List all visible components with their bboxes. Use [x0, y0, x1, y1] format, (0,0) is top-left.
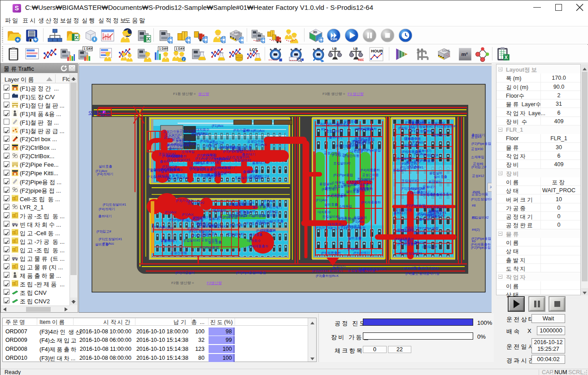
svg-text:(F1)Acc: (F1)Acc — [352, 220, 364, 224]
svg-text:#6: #6 — [472, 216, 475, 220]
svg-text:공정간이동: 공정간이동 — [218, 145, 235, 149]
svg-text:조립설비#2: 조립설비#2 — [401, 179, 418, 183]
svg-text:(F3)가공#1: (F3)가공#1 — [315, 226, 332, 230]
svg-text:3D: 3D — [313, 30, 318, 34]
svg-text:출하대기: 출하대기 — [414, 241, 427, 245]
svg-text:조립설비#2: 조립설비#2 — [348, 268, 365, 272]
svg-text:(F2)Pipe용접: (F2)Pipe용접 — [419, 226, 439, 230]
svg-text:설비호출: 설비호출 — [252, 205, 266, 209]
svg-text:물류대기: 물류대기 — [433, 133, 446, 137]
svg-text:(F1)철판Depot1: (F1)철판Depot1 — [147, 168, 171, 172]
svg-text:#3-1: #3-1 — [321, 127, 328, 131]
svg-text:공정#6: 공정#6 — [473, 162, 483, 166]
svg-text:#9: #9 — [472, 239, 475, 243]
svg-text:조립설비#2: 조립설비#2 — [183, 238, 200, 242]
svg-text:(F3)가공#1: (F3)가공#1 — [238, 201, 254, 205]
svg-text:(F4)제품출하: (F4)제품출하 — [402, 150, 422, 154]
svg-text:출하대기: 출하대기 — [329, 135, 342, 139]
svg-text:(F4)적재기: (F4)적재기 — [230, 223, 246, 227]
svg-text:용접설비: 용접설비 — [429, 171, 443, 175]
svg-text:(F1)Acc: (F1)Acc — [212, 124, 224, 128]
svg-text:대차회수: 대차회수 — [209, 160, 222, 164]
svg-text:(F4)제품출하: (F4)제품출하 — [248, 244, 268, 248]
svg-text:(F1)Acc: (F1)Acc — [187, 226, 199, 230]
svg-text:F3 생산량: F3 생산량 — [348, 92, 364, 96]
svg-text:(F4)제품출하: (F4)제품출하 — [321, 251, 341, 255]
svg-text:F3동 생산량 =: F3동 생산량 = — [322, 92, 345, 96]
svg-text:(F2)Pipe용접: (F2)Pipe용접 — [223, 149, 243, 153]
svg-text:(F4)제품출하: (F4)제품출하 — [357, 127, 377, 131]
svg-text:소재투입: 소재투입 — [181, 150, 195, 154]
svg-text:설비호출: 설비호출 — [270, 219, 283, 223]
svg-text:(F4)적재기: (F4)적재기 — [191, 131, 207, 135]
svg-text:공정간이동: 공정간이동 — [362, 173, 379, 177]
svg-text:조립설비#2: 조립설비#2 — [326, 129, 343, 133]
svg-text:조립설비#2: 조립설비#2 — [235, 176, 252, 180]
svg-text:출하대기: 출하대기 — [98, 214, 112, 218]
svg-text:(F4)제품 출하대기장2|1: (F4)제품 출하대기장2|1 — [404, 266, 439, 270]
svg-text:대차회수: 대차회수 — [328, 222, 341, 226]
svg-text:(F3)빈대차 회수대기: (F3)빈대차 회수대기 — [312, 269, 343, 273]
svg-text:(F2)Pipe용접: (F2)Pipe용접 — [341, 224, 361, 228]
svg-text:F1동 생산량 =: F1동 생산량 = — [173, 92, 196, 96]
svg-text:대차회수: 대차회수 — [170, 168, 183, 172]
svg-text:RED: RED — [358, 58, 364, 61]
svg-text:(F2)Pipe용접: (F2)Pipe용접 — [333, 173, 353, 177]
svg-text:CONE: CONE — [442, 49, 450, 52]
svg-text:대차회수: 대차회수 — [318, 210, 331, 214]
svg-text:조립설비#2: 조립설비#2 — [227, 232, 244, 236]
svg-text:(F3)입고#: (F3)입고# — [422, 245, 437, 249]
svg-text:(F1)Acc: (F1)Acc — [348, 247, 360, 251]
svg-text:대차회수: 대차회수 — [337, 216, 351, 220]
svg-text:(F4)제품출하: (F4)제품출하 — [433, 192, 453, 196]
svg-text:(F1)도장설비#1: (F1)도장설비#1 — [399, 251, 422, 255]
svg-text:용접설비: 용접설비 — [213, 208, 226, 212]
svg-text:(F3)입고#: (F3)입고# — [201, 232, 217, 236]
svg-text:설비호출: 설비호출 — [348, 236, 362, 240]
svg-text:생산량: 생산량 — [198, 92, 209, 96]
svg-text:(F1)도장설비#1: (F1)도장설비#1 — [471, 197, 492, 201]
svg-text:출하대기: 출하대기 — [242, 152, 255, 156]
svg-text:(F3)입고#: (F3)입고# — [396, 228, 412, 232]
svg-text:용접설비: 용접설비 — [172, 138, 185, 142]
svg-text:조립설비#2: 조립설비#2 — [158, 152, 175, 156]
svg-text:설비호출: 설비호출 — [252, 214, 265, 218]
svg-text:(F1)Acc: (F1)Acc — [250, 176, 262, 180]
svg-text:(F1)도장설비#1: (F1)도장설비#1 — [423, 205, 446, 209]
svg-text:(F1)Acc: (F1)Acc — [96, 169, 108, 173]
svg-text:(F3)조립라인#2-1: (F3)조립라인#2-1 — [317, 122, 343, 126]
svg-text:(F1)Acc: (F1)Acc — [153, 225, 166, 229]
svg-text:용접설비: 용접설비 — [353, 216, 367, 220]
svg-text:(F2)Pipe용접#8용접: (F2)Pipe용접#8용접 — [236, 271, 266, 275]
svg-text:IN#8: IN#8 — [473, 190, 480, 194]
svg-text:물류대기: 물류대기 — [196, 221, 209, 225]
svg-text:(F4)적재기: (F4)적재기 — [266, 205, 282, 209]
svg-text:(F3)입고#: (F3)입고# — [261, 228, 276, 232]
svg-text:출하대기: 출하대기 — [393, 211, 407, 215]
svg-text:(F3)가공#1: (F3)가공#1 — [176, 198, 192, 203]
svg-text:조립설비#2: 조립설비#2 — [396, 156, 414, 160]
svg-text:설비호출: 설비호출 — [99, 164, 112, 168]
svg-text:(F4)출고 완제품대기장: (F4)출고 완제품대기장 — [405, 272, 440, 276]
svg-text:(F2)Pipe용접: (F2)Pipe용접 — [471, 142, 491, 146]
svg-text:물류대기: 물류대기 — [164, 239, 177, 243]
svg-text:HOUR: HOUR — [371, 49, 383, 53]
svg-text:(F3)가공#1: (F3)가공#1 — [233, 128, 250, 132]
svg-text:물류대기: 물류대기 — [209, 217, 222, 221]
svg-text:공정간이동: 공정간이동 — [354, 141, 371, 145]
svg-text:설비호출: 설비호출 — [249, 233, 262, 237]
svg-text:(F1)도장설비#1: (F1)도장설비#1 — [99, 237, 122, 241]
svg-text:(F3)출하장IN-K: (F3)출하장IN-K — [316, 274, 339, 278]
svg-text:공정간이동: 공정간이동 — [170, 251, 187, 255]
svg-text:(F1)도장설비#1: (F1)도장설비#1 — [229, 214, 253, 218]
svg-text:조립설비#2: 조립설비#2 — [234, 158, 251, 162]
svg-text:출하대기: 출하대기 — [419, 217, 432, 221]
svg-text:출하대기: 출하대기 — [417, 190, 431, 194]
svg-text:(F1)Acc: (F1)Acc — [412, 140, 424, 144]
svg-text:X: X — [505, 55, 508, 60]
svg-text:(F1)Acc: (F1)Acc — [165, 210, 177, 214]
svg-text:(F1)Acc: (F1)Acc — [102, 241, 114, 246]
svg-text:소재투입: 소재투입 — [471, 155, 484, 159]
svg-text:(F2)Pipe용접: (F2)Pipe용접 — [405, 203, 425, 207]
svg-text:(F1)Acc: (F1)Acc — [255, 142, 267, 147]
